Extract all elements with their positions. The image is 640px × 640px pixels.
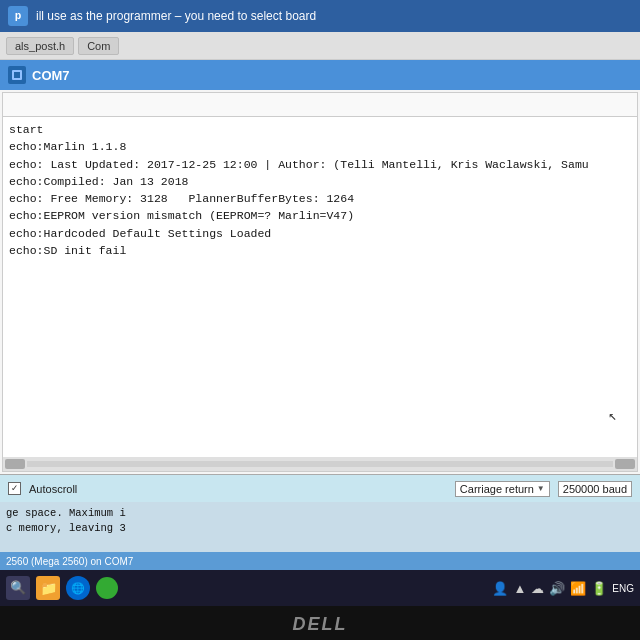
tray-wifi-icon: 📶 <box>570 581 586 596</box>
browser-title-text: ill use as the programmer – you need to … <box>36 9 316 23</box>
bottom-panel: ge space. Maximum i c memory, leaving 3 <box>0 502 640 552</box>
autoscroll-label: Autoscroll <box>29 483 77 495</box>
checkmark-icon: ✓ <box>11 484 17 494</box>
control-bar: ✓ Autoscroll Carriage return ▼ 250000 ba… <box>0 474 640 502</box>
console-line: echo:EEPROM version mismatch (EEPROM=? M… <box>9 207 631 224</box>
taskbar-green-icon[interactable] <box>96 577 118 599</box>
tray-cloud-icon: ☁ <box>531 581 544 596</box>
scroll-left-btn[interactable] <box>5 459 25 469</box>
scroll-track[interactable] <box>27 461 613 467</box>
com-title: COM7 <box>32 68 70 83</box>
console-line: echo: Last Updated: 2017-12-25 12:00 | A… <box>9 156 631 173</box>
dell-logo: DELL <box>293 614 348 635</box>
baud-rate-select[interactable]: 250000 baud <box>558 481 632 497</box>
tab-als-post[interactable]: als_post.h <box>6 37 74 55</box>
carriage-return-dropdown[interactable]: Carriage return ▼ <box>455 481 550 497</box>
console-line: echo: Free Memory: 3128 PlannerBufferByt… <box>9 190 631 207</box>
bottom-line-2: c memory, leaving 3 <box>6 521 634 536</box>
arduino-window: COM7 startecho:Marlin 1.1.8echo: Last Up… <box>0 60 640 502</box>
taskbar-folder-icon[interactable]: 📁 <box>36 576 60 600</box>
status-text: 2560 (Mega 2560) on COM7 <box>6 556 133 567</box>
console-line: echo:Marlin 1.1.8 <box>9 138 631 155</box>
taskbar-browser-icon[interactable]: 🌐 <box>66 576 90 600</box>
cursor-area: ↖ <box>3 377 637 457</box>
console-line: echo:Compiled: Jan 13 2018 <box>9 173 631 190</box>
scroll-right-btn[interactable] <box>615 459 635 469</box>
tray-up-icon: ▲ <box>513 581 526 596</box>
tray-speaker-icon: 🔊 <box>549 581 565 596</box>
taskbar-icons: 🔍 📁 🌐 <box>6 576 118 600</box>
dell-bar: DELL <box>0 606 640 640</box>
com-icon <box>8 66 26 84</box>
console-line: echo:SD init fail <box>9 242 631 259</box>
status-bar: 2560 (Mega 2560) on COM7 <box>0 552 640 570</box>
input-bar <box>3 93 637 117</box>
baud-rate-label: 250000 baud <box>563 483 627 495</box>
serial-monitor: startecho:Marlin 1.1.8echo: Last Updated… <box>2 92 638 472</box>
scroll-bottom[interactable] <box>3 457 637 471</box>
taskbar-tray: 👤 ▲ ☁ 🔊 📶 🔋 ENG <box>492 581 634 596</box>
tray-lang-text: ENG <box>612 583 634 594</box>
browser-top-bar: p ill use as the programmer – you need t… <box>0 0 640 32</box>
serial-input[interactable] <box>3 93 637 116</box>
carriage-return-arrow-icon: ▼ <box>537 484 545 493</box>
cursor-symbol: ↖ <box>609 407 617 424</box>
taskbar: 🔍 📁 🌐 👤 ▲ ☁ 🔊 📶 🔋 ENG <box>0 570 640 606</box>
console-output: startecho:Marlin 1.1.8echo: Last Updated… <box>3 117 637 377</box>
toolbar-area: als_post.h Com <box>0 32 640 60</box>
com-header: COM7 <box>0 60 640 90</box>
autoscroll-checkbox[interactable]: ✓ <box>8 482 21 495</box>
taskbar-search-icon[interactable]: 🔍 <box>6 576 30 600</box>
tray-battery-icon: 🔋 <box>591 581 607 596</box>
console-line: start <box>9 121 631 138</box>
tab-com[interactable]: Com <box>78 37 119 55</box>
browser-icon: p <box>8 6 28 26</box>
tray-person-icon: 👤 <box>492 581 508 596</box>
bottom-line-1: ge space. Maximum i <box>6 506 634 521</box>
carriage-return-label: Carriage return <box>460 483 534 495</box>
console-line: echo:Hardcoded Default Settings Loaded <box>9 225 631 242</box>
